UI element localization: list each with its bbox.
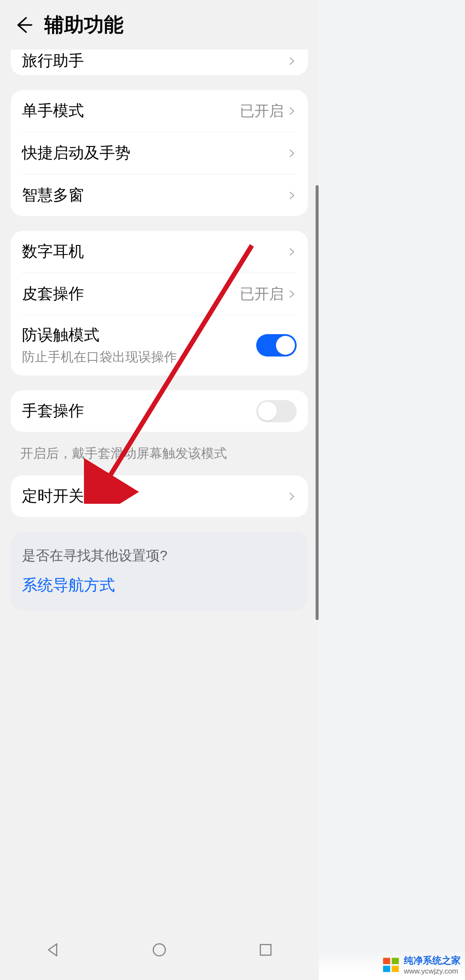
card-travel-assistant: 旅行助手 [11,50,308,75]
search-suggestion-card: 是否在寻找其他设置项? 系统导航方式 [11,532,308,611]
triangle-back-icon [44,941,62,959]
row-label: 定时开关机 [22,486,287,507]
chevron-right-icon [287,53,297,69]
toggle-knob [276,336,295,355]
page-title: 辅助功能 [44,12,124,38]
row-label: 快捷启动及手势 [22,143,287,164]
row-pocket-mode[interactable]: 防误触模式 防止手机在口袋出现误操作 [11,315,308,375]
right-margin [319,0,465,980]
svg-rect-1 [260,945,271,955]
toggle-knob [258,402,277,421]
svg-point-0 [153,944,165,956]
suggestion-question: 是否在寻找其他设置项? [22,546,297,565]
settings-screen: 辅助功能 旅行助手 单手模式 已开启 快捷启动及手势 [0,0,319,980]
row-one-hand-mode[interactable]: 单手模式 已开启 [11,90,308,132]
nav-back-button[interactable] [40,937,66,963]
scrollbar[interactable] [316,185,319,620]
back-button[interactable] [11,12,37,38]
svg-rect-3 [383,958,391,964]
svg-rect-4 [392,958,399,964]
row-label: 手套操作 [22,400,256,422]
chevron-right-icon [287,145,297,161]
watermark-text: 纯净系统之家 www.ycwjzy.com [404,954,461,976]
row-label: 防误触模式 [22,325,256,346]
windows-logo-icon [381,955,400,974]
row-label: 皮套操作 [22,283,240,304]
card-scheduled-power: 定时开关机 [11,475,308,517]
row-digital-headphones[interactable]: 数字耳机 [11,231,308,273]
nav-recents-button[interactable] [253,937,279,963]
row-label: 数字耳机 [22,241,287,262]
row-subtitle: 防止手机在口袋出现误操作 [22,348,256,366]
row-quick-launch-gestures[interactable]: 快捷启动及手势 [11,132,308,174]
row-travel-assistant[interactable]: 旅行助手 [11,50,308,75]
toggle-pocket-mode[interactable] [256,334,297,357]
row-scheduled-power[interactable]: 定时开关机 [11,475,308,517]
arrow-left-icon [14,16,33,34]
svg-rect-6 [392,966,399,972]
circle-home-icon [150,941,168,959]
row-smart-multiwindow[interactable]: 智慧多窗 [11,174,308,216]
chevron-right-icon [287,103,297,119]
chevron-right-icon [287,244,297,260]
chevron-right-icon [287,488,297,505]
row-label: 单手模式 [22,100,240,121]
row-label: 旅行助手 [22,50,287,71]
content: 旅行助手 单手模式 已开启 快捷启动及手势 [0,50,319,432]
toggle-glove-mode[interactable] [256,400,297,422]
card-hardware: 数字耳机 皮套操作 已开启 防误触模式 防止手机在口袋出现误操作 [11,231,308,375]
system-nav-bar [0,920,319,980]
nav-home-button[interactable] [146,937,172,963]
card-gestures: 单手模式 已开启 快捷启动及手势 智慧多窗 [11,90,308,216]
header: 辅助功能 [0,0,319,50]
row-value: 已开启 [240,284,284,304]
row-value: 已开启 [240,101,284,121]
row-glove-mode[interactable]: 手套操作 [11,390,308,432]
chevron-right-icon [287,187,297,204]
card-gloves: 手套操作 [11,390,308,432]
suggestion-link[interactable]: 系统导航方式 [22,575,297,596]
svg-rect-5 [383,966,391,972]
row-flip-cover[interactable]: 皮套操作 已开启 [11,273,308,315]
square-recents-icon [257,941,275,959]
watermark: 纯净系统之家 www.ycwjzy.com [319,950,465,980]
chevron-right-icon [287,286,297,302]
glove-mode-description: 开启后，戴手套滑动屏幕触发该模式 [0,432,319,475]
row-label: 智慧多窗 [22,185,287,206]
